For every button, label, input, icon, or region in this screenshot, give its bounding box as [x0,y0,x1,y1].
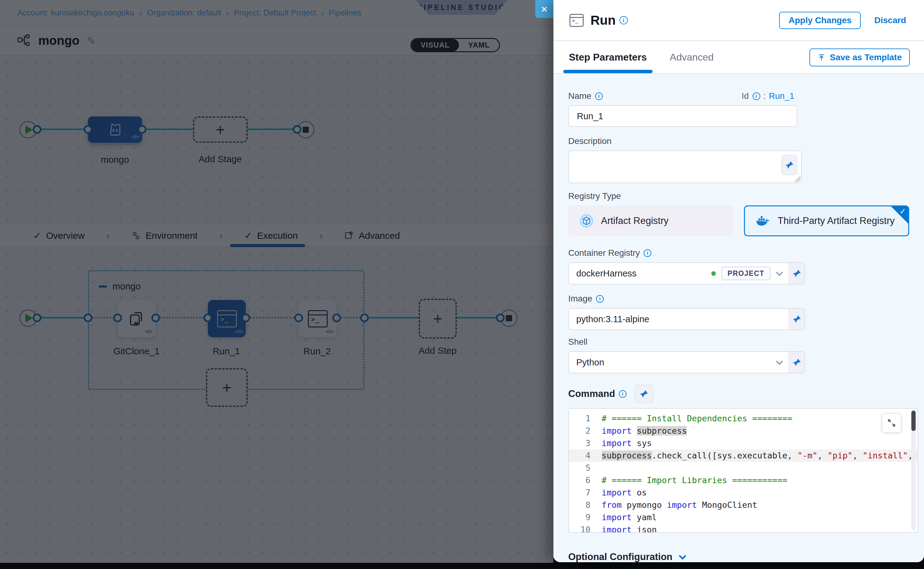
info-icon[interactable]: i [620,16,628,24]
run-step-icon [570,14,584,27]
code-line: 4subprocess.check_call([sys.executable, … [569,449,918,462]
apply-changes-button[interactable]: Apply Changes [779,12,861,29]
code-lines: 1# ====== Install Dependencies ========2… [569,412,918,532]
code-line: 8from pymongo import MongoClient [569,499,918,511]
fullscreen-icon [887,418,896,428]
description-textarea[interactable] [568,151,802,183]
artifact-registry-icon [579,214,594,228]
registry-option-artifact[interactable]: Artifact Registry [568,205,734,236]
info-icon[interactable]: i [619,390,627,398]
registry-type-label: Registry Type [568,191,910,201]
pin-input-button[interactable] [789,263,804,284]
registry-option-label: Artifact Registry [601,215,669,227]
description-field-wrap [568,151,802,183]
pin-input-button[interactable] [789,352,804,373]
code-line: 7import os [569,487,918,499]
code-line: 10import json [569,523,918,533]
registry-type-options: Artifact Registry Third-Party Artifact R… [568,205,910,236]
code-line: 9import yaml [569,511,918,523]
chevron-down-icon[interactable] [776,358,783,365]
chevron-down-icon[interactable] [776,269,783,276]
description-label: Description [568,136,910,146]
registry-option-third-party[interactable]: Third-Party Artifact Registry ✓ [744,205,909,236]
shell-field: Python [568,351,805,373]
panel-tabs: Step Parameters Advanced Save as Templat… [553,41,924,74]
image-label: Image i [568,294,910,304]
editor-scrollbar-thumb[interactable] [911,411,916,431]
close-panel-button[interactable]: × [535,0,553,18]
pin-icon [639,389,649,399]
pin-input-button[interactable] [635,385,653,403]
scope-badge: PROJECT [722,266,771,280]
image-value: python:3.11-alpine [576,314,781,324]
code-line: 5 [569,462,918,474]
shell-select[interactable]: Python [569,352,789,373]
code-line: 3import sys [569,437,918,449]
container-registry-value: dockerHarness [576,268,706,278]
discard-button[interactable]: Discard [874,15,906,25]
code-line: 1# ====== Install Dependencies ======== [569,412,918,425]
optional-configuration-toggle[interactable]: Optional Configuration [568,551,910,562]
container-registry-label: Container Registry i [568,248,910,258]
info-icon[interactable]: i [644,249,651,257]
code-line: 2import subprocess [569,425,918,437]
optional-configuration-label: Optional Configuration [568,551,673,562]
modal-dim-overlay [0,0,553,563]
image-field: python:3.11-alpine [568,308,805,330]
save-as-template-button[interactable]: Save as Template [809,49,910,66]
command-code-editor[interactable]: 1# ====== Install Dependencies ========2… [568,408,918,533]
expand-editor-button[interactable] [882,413,901,433]
id-label: Id [742,91,749,101]
shell-label: Shell [568,337,910,347]
container-registry-field: dockerHarness PROJECT [568,262,805,284]
pin-input-button[interactable] [781,155,797,175]
panel-header: Run i Apply Changes Discard [553,0,924,41]
run-step-config-panel: Run i Apply Changes Discard Step Paramet… [553,0,924,562]
command-label: Command i [568,388,627,399]
step-id: Id i : Run_1 [742,91,910,101]
info-icon[interactable]: i [752,92,760,100]
chevron-down-icon [679,552,686,560]
pin-icon [785,160,794,170]
editor-scrollbar[interactable] [911,411,916,530]
name-input[interactable] [568,105,797,127]
pipeline-studio-app: Account: kurosakiichigo.songoku › Organi… [0,0,924,569]
upload-icon [818,53,825,61]
name-label: Name i [568,91,603,101]
pin-input-button[interactable] [789,309,804,330]
tab-step-parameters[interactable]: Step Parameters [569,41,647,73]
pin-icon [792,315,801,324]
connector-status-dot [711,271,716,276]
save-as-template-label: Save as Template [830,53,902,62]
docker-icon [755,215,770,227]
image-input[interactable]: python:3.11-alpine [569,309,789,330]
id-colon: : [763,91,766,101]
code-line: 6# ====== Import Libraries =========== [569,474,918,487]
command-header: Command i [568,385,910,403]
tab-advanced[interactable]: Advanced [670,41,714,73]
shell-value: Python [576,358,771,368]
resize-handle[interactable] [795,176,801,182]
pipeline-studio-background: Account: kurosakiichigo.songoku › Organi… [0,0,553,563]
container-registry-select[interactable]: dockerHarness PROJECT [569,263,789,284]
registry-option-label: Third-Party Artifact Registry [778,215,895,227]
id-value[interactable]: Run_1 [769,91,794,101]
panel-title: Run [590,13,616,28]
pin-icon [792,269,801,278]
pin-icon [792,358,801,367]
info-icon[interactable]: i [596,295,604,303]
step-parameters-form: Name i Id i : Run_1 Description [553,74,924,562]
info-icon[interactable]: i [595,92,603,100]
